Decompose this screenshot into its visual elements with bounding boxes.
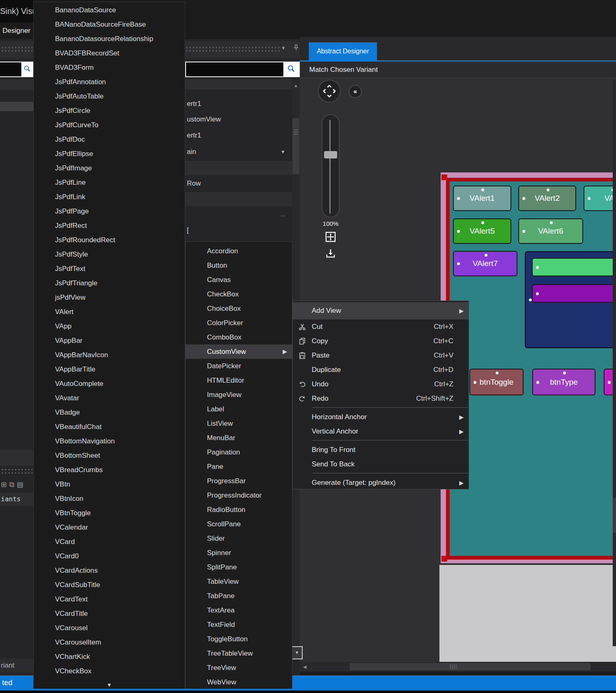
property-row[interactable]: Row [185, 177, 292, 190]
component-list-item-vchartkick[interactable]: VChartKick [34, 649, 185, 664]
component-list-item-vautocomplete[interactable]: VAutoComplete [34, 376, 185, 391]
component-list-item-jspdflink[interactable]: JsPdfLink [34, 190, 185, 204]
component-list-item-vbadge[interactable]: VBadge [34, 405, 185, 420]
property-row[interactable]: ertr1 [185, 97, 292, 111]
component-list-item-jspdfdoc[interactable]: JsPdfDoc [34, 132, 185, 147]
context-menu-item-add-view[interactable]: Add View▶ [293, 302, 469, 319]
component-list-item-jspdftext[interactable]: JsPdfText [34, 262, 185, 276]
zoom-slider[interactable] [322, 114, 340, 218]
component-list-item-vbeautifulchat[interactable]: VBeautifulChat [34, 420, 185, 434]
component-list-item-vavatar[interactable]: VAvatar [34, 391, 185, 405]
list-row-selected[interactable] [0, 102, 33, 111]
control-menu-item-checkbox[interactable]: CheckBox [186, 287, 292, 301]
tab-variants-clipped[interactable]: iants [0, 493, 33, 506]
btntoggle-button[interactable]: btnToggle [469, 369, 524, 395]
control-menu-item-treeview[interactable]: TreeView [186, 661, 292, 675]
control-menu-item-slider[interactable]: Slider [186, 531, 292, 546]
component-list-item-bvad3fbrecordset[interactable]: BVAD3FBRecordSet [34, 46, 185, 60]
context-menu-item-duplicate[interactable]: DuplicateCtrl+D [293, 363, 469, 377]
component-list-item-jspdfannotation[interactable]: JsPdfAnnotation [34, 75, 185, 89]
menu-item-designer[interactable]: Designer [0, 23, 33, 39]
component-list-item-vapp[interactable]: VApp [34, 319, 185, 333]
purple-bar[interactable] [532, 284, 616, 303]
component-list-item-vbtntoggle[interactable]: VBtnToggle [34, 506, 185, 520]
horizontal-scrollbar-thumb[interactable] [350, 663, 591, 670]
component-list-item-vcard[interactable]: VCard [34, 535, 185, 549]
control-menu-item-tabpane[interactable]: TabPane [186, 589, 292, 603]
green-bar[interactable] [532, 258, 616, 276]
context-menu-item-redo[interactable]: RedoCtrl+Shift+Z [293, 391, 469, 406]
component-list-item-jspdfcurveto[interactable]: JsPdfCurveTo [34, 118, 185, 132]
control-menu-item-datepicker[interactable]: DatePicker [186, 359, 292, 373]
valert1-button[interactable]: VAlert1 [453, 186, 511, 211]
component-list-item-vbtnicon[interactable]: VBtnIcon [34, 491, 185, 506]
component-list-item-vbottomsheet[interactable]: VBottomSheet [34, 448, 185, 463]
component-list-item-bananodatasourcerelationship[interactable]: BananoDatasourceRelationship [34, 32, 185, 46]
horizontal-scrollbar[interactable]: ◀ [300, 662, 616, 672]
valert7-button[interactable]: VAlert7 [453, 251, 517, 276]
search-input[interactable] [0, 62, 33, 77]
component-list-item-valert[interactable]: VAlert [34, 305, 185, 319]
valert2-button[interactable]: VAlert2 [518, 186, 576, 211]
component-list-item-vcardsubtitle[interactable]: VCardSubTitle [34, 578, 185, 592]
resize-handle-bottom-left[interactable] [441, 556, 447, 562]
component-list-item-jspdfimage[interactable]: JsPdfImage [34, 161, 185, 175]
control-menu-item-combobox[interactable]: ComboBox [186, 330, 292, 344]
component-list-item-jspdfroundedrect[interactable]: JsPdfRoundedRect [34, 233, 185, 247]
component-list-item-vappbarnavicon[interactable]: VAppBarNavIcon [34, 348, 185, 362]
control-menu-item-tableview[interactable]: TableView [186, 574, 292, 589]
properties-search-input[interactable] [185, 62, 300, 77]
valert5-button[interactable]: VAlert5 [453, 218, 511, 244]
context-menu-item-vertical-anchor[interactable]: Vertical Anchor▶ [293, 424, 469, 438]
component-list-item-vcardactions[interactable]: VCardActions [34, 563, 185, 578]
component-list-item-vcardtext[interactable]: VCardText [34, 592, 185, 606]
context-menu-item-cut[interactable]: CutCtrl+X [293, 319, 469, 334]
component-list-item-bananodatasourcefirebase[interactable]: BANanoDataSourceFireBase [34, 17, 185, 32]
control-menu-item-splitpane[interactable]: SplitPane [186, 560, 292, 574]
component-list-item-jspdfcircle[interactable]: JsPdfCircle [34, 103, 185, 118]
property-row[interactable] [185, 79, 292, 89]
component-list-item-jspdfview[interactable]: jsPdfView [34, 290, 185, 305]
tab-abstract-designer[interactable]: Abstract Designer [309, 42, 377, 60]
component-list-item-vappbartitle[interactable]: VAppBarTitle [34, 362, 185, 376]
control-menu-item-togglebutton[interactable]: ToggleButton [186, 632, 292, 646]
component-list-item-bananodatasource[interactable]: BananoDataSource [34, 3, 185, 17]
grid-icon[interactable]: ⊞ [1, 481, 7, 489]
btntype-button[interactable]: btnType [532, 369, 595, 395]
component-list-item-vcalendar[interactable]: VCalendar [34, 520, 185, 535]
fit-to-screen-button[interactable] [324, 230, 338, 244]
control-menu-item-progressindicator[interactable]: ProgressIndicator [186, 488, 292, 503]
context-menu-item-generate-target-pgindex-[interactable]: Generate (Target: pgIndex)▶ [293, 475, 469, 490]
zoom-dropdown[interactable]: ▼ [291, 646, 303, 659]
control-menu-item-htmleditor[interactable]: HTMLEditor [186, 373, 292, 388]
control-menu-item-customview[interactable]: CustomView▶ [186, 344, 292, 359]
component-list-item-bvad3form[interactable]: BVAD3Form [34, 60, 185, 75]
component-list-item-jspdftriangle[interactable]: JsPdfTriangle [34, 276, 185, 290]
pan-control[interactable] [318, 80, 341, 103]
context-menu-item-send-to-back[interactable]: Send To Back [293, 457, 469, 471]
component-list-item-vcardtitle[interactable]: VCardTitle [34, 606, 185, 621]
component-list-item-vcard0[interactable]: VCard0 [34, 549, 185, 563]
control-menu-item-radiobutton[interactable]: RadioButton [186, 503, 292, 517]
component-list-item-vbreadcrumbs[interactable]: VBreadCrumbs [34, 463, 185, 477]
valert3-button[interactable]: VAle [584, 186, 616, 211]
export-button[interactable] [324, 246, 338, 260]
component-list-item-jspdfrect[interactable]: JsPdfRect [34, 218, 185, 233]
control-menu-item-textarea[interactable]: TextArea [186, 603, 292, 617]
resize-handle-top-left[interactable] [441, 174, 447, 180]
chevron-down-icon[interactable]: ▼ [281, 45, 286, 51]
control-menu-item-canvas[interactable]: Canvas [186, 273, 292, 287]
ellipsis-button[interactable]: … [280, 208, 285, 222]
control-menu-item-choicebox[interactable]: ChoiceBox [186, 301, 292, 316]
component-list-item-jspdfstyle[interactable]: JsPdfStyle [34, 247, 185, 262]
control-menu-item-pane[interactable]: Pane [186, 459, 292, 474]
control-menu-item-label[interactable]: Label [186, 402, 292, 416]
component-list-item-jspdfellipse[interactable]: JsPdfEllipse [34, 147, 185, 161]
context-menu-item-copy[interactable]: CopyCtrl+C [293, 334, 469, 348]
pin-icon[interactable] [292, 44, 300, 53]
context-menu-item-undo[interactable]: UndoCtrl+Z [293, 377, 469, 391]
component-list-item-vbottomnavigation[interactable]: VBottomNavigation [34, 434, 185, 448]
property-row[interactable]: ertr1 [185, 129, 292, 142]
property-row[interactable]: ain▼ [185, 145, 292, 159]
form-canvas[interactable]: VAlert1VAlert2VAleVAlert5VAlert6VAlert7b… [450, 181, 616, 556]
